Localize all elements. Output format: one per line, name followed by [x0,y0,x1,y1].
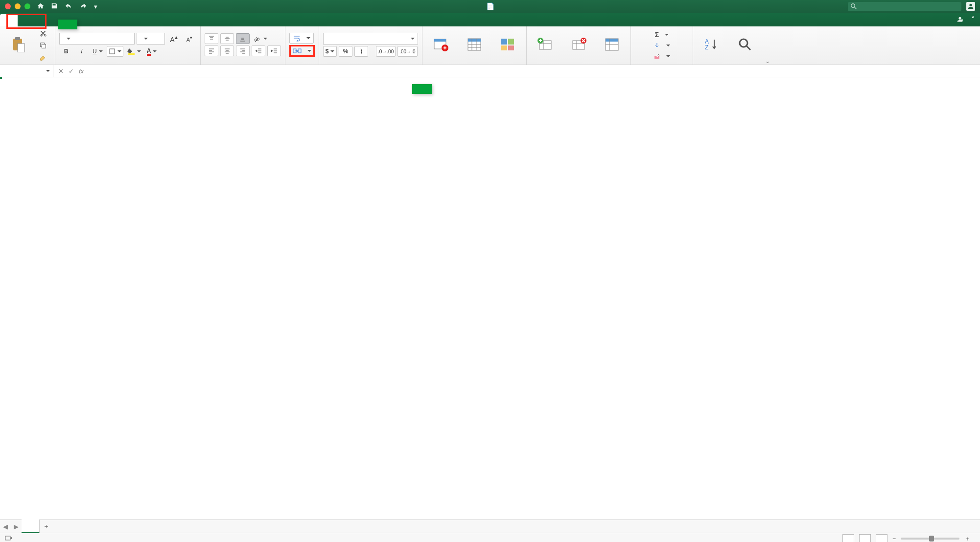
increase-font-icon[interactable]: A▴ [167,33,181,44]
minimize-icon[interactable] [15,3,21,9]
svg-line-1 [855,7,857,9]
user-avatar[interactable] [966,2,975,11]
undo-icon[interactable] [65,2,72,11]
enter-formula-icon[interactable]: ✓ [69,68,74,75]
formula-bar: ✕ ✓ fx [0,65,980,77]
tab-insert[interactable] [18,13,35,26]
increase-decimal-button[interactable]: .0→.00 [376,46,396,57]
redo-icon[interactable] [79,2,87,11]
align-top-button[interactable] [205,33,218,44]
format-as-table-button[interactable] [460,37,489,54]
format-cells-button[interactable] [597,37,627,54]
zoom-out-icon[interactable]: − [892,535,896,542]
svg-rect-18 [468,39,481,42]
find-select-button[interactable] [730,37,760,54]
sheet-next-icon[interactable]: ▶ [11,521,22,532]
ribbon-tabs: ˄ [0,13,980,26]
font-size-select[interactable] [137,33,165,45]
autosum-button[interactable]: Σ [635,29,689,40]
tab-page-layout[interactable] [35,13,53,26]
align-center-button[interactable] [220,45,234,56]
search-input[interactable] [848,2,961,11]
annotation-merge-center [412,84,432,94]
share-button[interactable]: ˄ [957,13,980,26]
align-bottom-button[interactable] [236,33,250,44]
cancel-formula-icon[interactable]: ✕ [58,68,64,75]
wrap-text-button[interactable] [289,33,314,44]
save-icon[interactable] [51,2,58,11]
selection-border [0,77,2,79]
decrease-font-icon[interactable]: A▾ [183,33,196,44]
page-break-view-icon[interactable] [876,534,887,542]
normal-view-icon[interactable] [842,534,854,542]
borders-button[interactable] [107,46,123,57]
group-styles [422,26,527,65]
align-left-button[interactable] [205,45,218,56]
merge-center-button[interactable] [289,45,315,57]
qat-customize-icon[interactable]: ▾ [94,3,97,10]
svg-rect-3 [15,37,20,40]
copy-button[interactable] [37,40,51,51]
cut-button[interactable] [37,28,51,39]
insert-cells-button[interactable] [531,37,560,54]
group-number: $ % ⟩ .0→.00 .00→.0 [319,26,422,65]
italic-button[interactable]: I [75,46,89,57]
svg-rect-22 [508,45,514,50]
svg-rect-4 [18,44,24,52]
bold-button[interactable]: B [59,46,73,57]
font-color-button[interactable]: A [145,46,159,57]
quick-access-toolbar: ▾ [37,2,97,11]
close-icon[interactable] [5,3,11,9]
macro-record-icon[interactable] [5,535,13,542]
window-title: 📄 [0,2,980,10]
comma-style-button[interactable]: ⟩ [354,46,368,57]
tab-review[interactable] [88,13,106,26]
fill-button[interactable] [635,40,689,51]
group-sort-find: AZ [693,26,764,65]
home-icon[interactable] [37,2,44,11]
delete-cells-button[interactable] [564,37,593,54]
increase-indent-button[interactable] [267,45,281,56]
number-format-select[interactable] [323,33,418,45]
group-editing: Σ [631,26,693,65]
currency-button[interactable]: $ [323,46,337,57]
fill-color-button[interactable] [125,46,143,57]
grid-area[interactable] [0,77,980,519]
group-cells [527,26,631,65]
add-sheet-button[interactable]: ＋ [40,522,52,531]
tab-view[interactable] [106,13,123,26]
tab-home[interactable] [0,14,18,26]
svg-text:Z: Z [705,44,708,51]
decrease-decimal-button[interactable]: .00→.0 [397,46,417,57]
underline-button[interactable]: U [91,46,105,57]
name-box[interactable] [0,65,53,77]
zoom-icon[interactable] [24,3,30,9]
paste-button[interactable] [4,37,33,54]
page-layout-view-icon[interactable] [859,534,871,542]
sort-filter-button[interactable]: AZ [697,37,726,54]
conditional-formatting-button[interactable] [426,37,456,54]
ribbon: A▴ A▾ B I U A ab [0,26,980,65]
format-painter-button[interactable] [37,52,51,63]
tab-developer[interactable] [123,13,141,26]
cell-styles-button[interactable] [493,37,522,54]
sheet-prev-icon[interactable]: ◀ [0,521,11,532]
percent-button[interactable]: % [339,46,352,57]
font-name-select[interactable] [59,33,135,45]
group-clipboard [0,26,55,65]
clear-button[interactable] [635,51,689,62]
svg-rect-15 [434,39,446,42]
fx-icon[interactable]: fx [79,68,84,75]
align-middle-button[interactable] [220,33,234,44]
orientation-button[interactable]: ab [252,33,269,44]
zoom-in-icon[interactable]: ＋ [964,535,970,542]
decrease-indent-button[interactable] [252,45,265,56]
align-right-button[interactable] [236,45,250,56]
collapse-ribbon-icon[interactable]: ˄ [971,15,975,24]
svg-rect-9 [110,49,115,54]
formula-input[interactable] [89,65,980,77]
sheet-tab[interactable] [22,519,40,533]
zoom-slider[interactable] [901,538,959,540]
group-wrap-merge [285,26,319,65]
ribbon-expand-icon[interactable]: ⌄ [764,26,771,65]
